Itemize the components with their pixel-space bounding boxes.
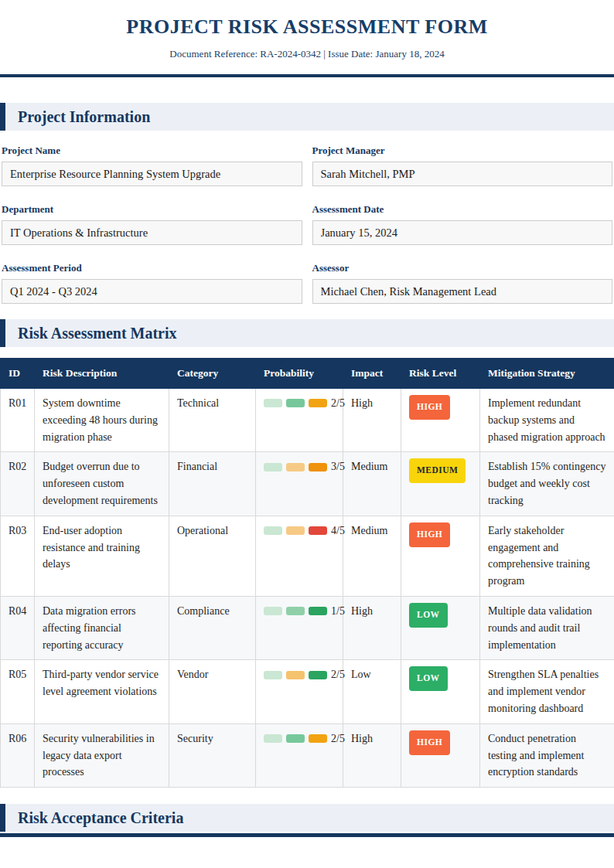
project-name-label: Project Name bbox=[2, 145, 302, 156]
column-header-mitigation-strategy: Mitigation Strategy bbox=[480, 359, 614, 389]
probability-pill bbox=[264, 734, 282, 743]
risk-id-cell: R06 bbox=[1, 723, 35, 787]
probability-pill bbox=[286, 399, 305, 407]
probability-pill bbox=[309, 526, 327, 535]
probability-pill bbox=[286, 607, 305, 615]
probability-pill bbox=[264, 526, 282, 535]
header-divider bbox=[0, 74, 614, 77]
probability-pill bbox=[309, 607, 327, 615]
risk-id-cell: R03 bbox=[1, 516, 35, 596]
probability-score: 2/5 bbox=[331, 730, 345, 747]
risk-level-badge: MEDIUM bbox=[409, 458, 466, 483]
risk-category-cell: Financial bbox=[169, 452, 256, 516]
risk-category-cell: Technical bbox=[169, 389, 256, 452]
risk-level-badge: HIGH bbox=[409, 523, 450, 547]
column-header-impact: Impact bbox=[343, 359, 401, 389]
probability-pill bbox=[264, 607, 282, 615]
field-project-name: Project Name bbox=[2, 145, 302, 186]
risk-category-cell: Operational bbox=[169, 516, 256, 596]
project-manager-input[interactable] bbox=[312, 162, 613, 186]
risk-level-cell: LOW bbox=[401, 660, 480, 723]
section-header-risk-acceptance: Risk Acceptance Criteria bbox=[0, 804, 614, 832]
field-assessment-period: Assessment Period bbox=[2, 262, 302, 304]
mitigation-strategy-cell: Conduct penetration testing and implemen… bbox=[480, 723, 614, 787]
risk-id-cell: R05 bbox=[1, 660, 35, 723]
probability-pill bbox=[286, 463, 305, 471]
mitigation-strategy-cell: Implement redundant backup systems and p… bbox=[480, 389, 614, 452]
probability-pill bbox=[309, 463, 327, 471]
risk-description-cell: Third-party vendor service level agreeme… bbox=[35, 660, 169, 723]
risk-probability-cell: 4/5 bbox=[256, 516, 343, 596]
section-title: Risk Assessment Matrix bbox=[18, 325, 177, 342]
field-assessment-date: Assessment Date bbox=[312, 203, 613, 245]
probability-pill bbox=[286, 526, 305, 535]
risk-category-cell: Vendor bbox=[169, 660, 256, 723]
risk-impact-cell: High bbox=[343, 389, 401, 452]
table-header-row: ID Risk Description Category Probability… bbox=[1, 359, 614, 389]
table-row: R03 End-user adoption resistance and tra… bbox=[1, 516, 614, 596]
risk-probability-cell: 3/5 bbox=[256, 452, 343, 516]
assessment-period-label: Assessment Period bbox=[2, 262, 302, 274]
page-title: PROJECT RISK ASSESSMENT FORM bbox=[0, 15, 614, 39]
risk-level-cell: HIGH bbox=[401, 389, 480, 452]
risk-description-cell: Budget overrun due to unforeseen custom … bbox=[35, 452, 169, 516]
department-input[interactable] bbox=[2, 220, 302, 245]
probability-score: 4/5 bbox=[331, 523, 345, 540]
risk-impact-cell: Medium bbox=[343, 452, 401, 516]
risk-level-badge: HIGH bbox=[409, 730, 450, 755]
risk-level-badge: LOW bbox=[409, 603, 448, 628]
section-title: Project Information bbox=[18, 108, 150, 126]
probability-pill bbox=[286, 671, 305, 679]
project-name-input[interactable] bbox=[2, 162, 302, 186]
risk-id-cell: R01 bbox=[1, 389, 35, 452]
risk-impact-cell: High bbox=[343, 723, 401, 787]
risk-impact-cell: Medium bbox=[343, 516, 401, 596]
table-row: R04 Data migration errors affecting fina… bbox=[1, 596, 614, 659]
field-department: Department bbox=[2, 203, 302, 245]
mitigation-strategy-cell: Early stakeholder engagement and compreh… bbox=[480, 516, 614, 596]
risk-level-cell: LOW bbox=[401, 596, 480, 659]
section-header-risk-matrix: Risk Assessment Matrix bbox=[0, 319, 614, 347]
mitigation-strategy-cell: Multiple data validation rounds and audi… bbox=[480, 596, 614, 659]
risk-id-cell: R02 bbox=[1, 452, 35, 516]
probability-score: 2/5 bbox=[331, 395, 345, 412]
department-label: Department bbox=[2, 203, 302, 215]
risk-description-cell: Security vulnerabilities in legacy data … bbox=[35, 723, 169, 787]
risk-assessment-table: ID Risk Description Category Probability… bbox=[0, 358, 614, 788]
mitigation-strategy-cell: Establish 15% contingency budget and wee… bbox=[480, 452, 614, 516]
assessment-date-input[interactable] bbox=[312, 220, 613, 245]
column-header-category: Category bbox=[169, 359, 256, 389]
assessment-period-input[interactable] bbox=[2, 279, 302, 304]
risk-description-cell: System downtime exceeding 48 hours durin… bbox=[35, 389, 169, 452]
probability-score: 1/5 bbox=[331, 603, 345, 620]
risk-impact-cell: High bbox=[343, 596, 401, 659]
probability-pill bbox=[264, 399, 282, 407]
probability-pill bbox=[309, 734, 327, 743]
table-row: R06 Security vulnerabilities in legacy d… bbox=[1, 723, 614, 787]
column-header-probability: Probability bbox=[256, 359, 343, 389]
risk-level-badge: HIGH bbox=[409, 395, 450, 420]
table-row: R01 System downtime exceeding 48 hours d… bbox=[1, 389, 614, 452]
risk-probability-cell: 2/5 bbox=[256, 660, 343, 723]
assessor-input[interactable] bbox=[312, 279, 613, 304]
risk-probability-cell: 1/5 bbox=[256, 596, 343, 659]
field-assessor: Assessor bbox=[312, 262, 613, 304]
risk-description-cell: End-user adoption resistance and trainin… bbox=[35, 516, 169, 596]
assessment-date-label: Assessment Date bbox=[312, 203, 613, 215]
probability-pill bbox=[264, 671, 282, 679]
probability-pill bbox=[309, 399, 327, 407]
probability-score: 3/5 bbox=[331, 458, 345, 475]
table-row: R05 Third-party vendor service level agr… bbox=[1, 660, 614, 723]
column-header-risk-level: Risk Level bbox=[401, 359, 480, 389]
risk-probability-cell: 2/5 bbox=[256, 389, 343, 452]
probability-pill bbox=[309, 671, 327, 679]
assessor-label: Assessor bbox=[312, 262, 613, 274]
clipped-table-header bbox=[0, 833, 614, 837]
risk-level-cell: MEDIUM bbox=[401, 452, 480, 516]
column-header-risk-description: Risk Description bbox=[35, 359, 169, 389]
field-project-manager: Project Manager bbox=[312, 145, 613, 186]
risk-description-cell: Data migration errors affecting financia… bbox=[35, 596, 169, 659]
risk-category-cell: Security bbox=[169, 723, 256, 787]
risk-level-badge: LOW bbox=[409, 666, 448, 691]
column-header-id: ID bbox=[1, 359, 35, 389]
